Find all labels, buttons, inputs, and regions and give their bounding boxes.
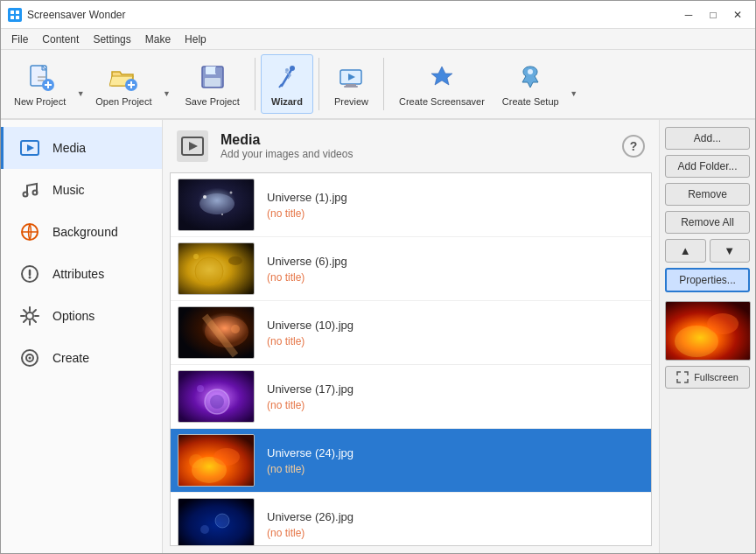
preview-label: Preview xyxy=(334,96,368,107)
item-info-2: Universe (6).jpg (no title) xyxy=(255,255,644,284)
item-title-3: (no title) xyxy=(267,335,644,347)
media-icon xyxy=(18,136,42,160)
svg-rect-15 xyxy=(206,67,216,74)
separator-2 xyxy=(318,58,319,110)
svg-point-61 xyxy=(189,454,203,468)
close-button[interactable]: ✕ xyxy=(727,6,748,24)
item-title-5: (no title) xyxy=(267,463,644,475)
svg-point-43 xyxy=(203,195,206,199)
item-filename-2: Universe (6).jpg xyxy=(267,255,644,268)
sidebar-music-label: Music xyxy=(52,183,85,197)
media-list[interactable]: Universe (1).jpg (no title) xyxy=(170,172,652,546)
properties-button[interactable]: Properties... xyxy=(665,268,750,292)
svg-marker-40 xyxy=(189,142,198,151)
thumb-2 xyxy=(178,242,255,295)
wizard-button[interactable]: Wizard xyxy=(261,54,313,114)
minimize-button[interactable]: ─ xyxy=(678,6,699,24)
new-project-button[interactable]: New Project ▼ xyxy=(8,54,88,114)
move-up-button[interactable]: ▲ xyxy=(665,239,706,263)
svg-rect-24 xyxy=(346,84,356,86)
media-item-5[interactable]: Universe (24).jpg (no title) xyxy=(171,429,651,493)
item-info-4: Universe (17).jpg (no title) xyxy=(255,382,644,411)
thumb-3 xyxy=(178,306,255,359)
sidebar-item-music[interactable]: Music xyxy=(1,169,162,211)
music-icon xyxy=(18,178,42,202)
sidebar-attributes-label: Attributes xyxy=(52,267,104,281)
item-filename-4: Universe (17).jpg xyxy=(267,382,644,396)
open-project-button[interactable]: Open Project ▼ xyxy=(89,54,173,114)
item-info-6: Universe (26).jpg (no title) xyxy=(255,510,644,539)
add-folder-button[interactable]: Add Folder... xyxy=(665,155,750,178)
sidebar-media-label: Media xyxy=(52,141,86,155)
svg-rect-0 xyxy=(10,11,14,14)
window-controls: ─ □ ✕ xyxy=(678,6,748,24)
open-project-arrow[interactable]: ▼ xyxy=(161,54,173,114)
media-item-3[interactable]: Universe (10).jpg (no title) xyxy=(171,301,651,365)
background-icon xyxy=(18,220,42,244)
item-filename-5: Universe (24).jpg xyxy=(267,446,644,459)
content-area: Media Add your images and videos ? xyxy=(163,120,659,553)
app-window: Screensaver Wonder ─ □ ✕ File Content Se… xyxy=(0,0,756,554)
sidebar-item-media[interactable]: Media xyxy=(1,127,162,169)
media-item-6[interactable]: Universe (26).jpg (no title) xyxy=(171,493,651,546)
media-item-4[interactable]: Universe (17).jpg (no title) xyxy=(171,365,651,429)
add-button[interactable]: Add... xyxy=(665,127,750,150)
svg-rect-2 xyxy=(10,16,14,19)
content-title: Media xyxy=(220,132,353,148)
toolbar: New Project ▼ Open Project ▼ xyxy=(1,50,755,120)
sidebar-item-background[interactable]: Background xyxy=(1,211,162,253)
menu-make[interactable]: Make xyxy=(138,31,178,48)
svg-point-56 xyxy=(210,395,224,409)
svg-rect-25 xyxy=(344,86,358,88)
thumb-1 xyxy=(178,179,255,231)
preview-button[interactable]: Preview xyxy=(325,54,378,114)
fullscreen-icon xyxy=(676,371,689,383)
fullscreen-button[interactable]: Fullscreen xyxy=(665,366,750,389)
move-down-button[interactable]: ▼ xyxy=(710,239,751,263)
new-project-icon xyxy=(24,61,56,93)
svg-point-30 xyxy=(33,191,38,195)
new-project-arrow[interactable]: ▼ xyxy=(74,54,87,114)
sidebar-item-options[interactable]: Options xyxy=(1,295,162,337)
svg-point-29 xyxy=(24,193,28,197)
create-setup-button[interactable]: Create Setup ▼ xyxy=(496,54,581,114)
help-button[interactable]: ? xyxy=(622,135,645,158)
preview-icon xyxy=(335,61,367,93)
item-info-3: Universe (10).jpg (no title) xyxy=(255,319,644,347)
menu-file[interactable]: File xyxy=(4,31,35,48)
svg-point-44 xyxy=(230,192,233,194)
media-item-1[interactable]: Universe (1).jpg (no title) xyxy=(171,173,651,237)
remove-all-button[interactable]: Remove All xyxy=(665,211,750,234)
item-filename-1: Universe (1).jpg xyxy=(267,191,644,204)
remove-button[interactable]: Remove xyxy=(665,183,750,206)
svg-point-48 xyxy=(193,254,199,259)
item-filename-6: Universe (26).jpg xyxy=(267,510,644,523)
right-panel: Add... Add Folder... Remove Remove All ▲… xyxy=(659,120,755,553)
save-project-icon xyxy=(197,61,228,93)
content-subtitle: Add your images and videos xyxy=(220,148,353,160)
create-setup-label: Create Setup xyxy=(502,96,559,107)
create-setup-icon xyxy=(514,61,546,93)
create-icon xyxy=(18,346,42,370)
svg-point-49 xyxy=(228,256,242,265)
menu-content[interactable]: Content xyxy=(35,31,86,48)
svg-point-63 xyxy=(215,514,229,528)
svg-marker-28 xyxy=(27,144,34,151)
svg-point-67 xyxy=(707,313,738,334)
menu-help[interactable]: Help xyxy=(178,31,214,48)
sidebar-item-attributes[interactable]: Attributes xyxy=(1,253,162,295)
svg-point-64 xyxy=(200,525,209,534)
save-project-button[interactable]: Save Project xyxy=(176,54,249,114)
media-item-2[interactable]: Universe (6).jpg (no title) xyxy=(171,237,651,301)
create-setup-arrow[interactable]: ▼ xyxy=(568,54,580,114)
item-title-6: (no title) xyxy=(267,527,644,539)
svg-point-60 xyxy=(214,448,240,466)
sidebar-item-create[interactable]: Create xyxy=(1,337,162,379)
item-title-1: (no title) xyxy=(267,207,644,220)
svg-point-26 xyxy=(528,69,533,74)
sidebar-create-label: Create xyxy=(52,351,89,365)
menu-settings[interactable]: Settings xyxy=(86,31,137,48)
maximize-button[interactable]: □ xyxy=(703,6,724,24)
create-screensaver-button[interactable]: Create Screensaver xyxy=(389,54,494,114)
item-info-1: Universe (1).jpg (no title) xyxy=(255,191,644,220)
